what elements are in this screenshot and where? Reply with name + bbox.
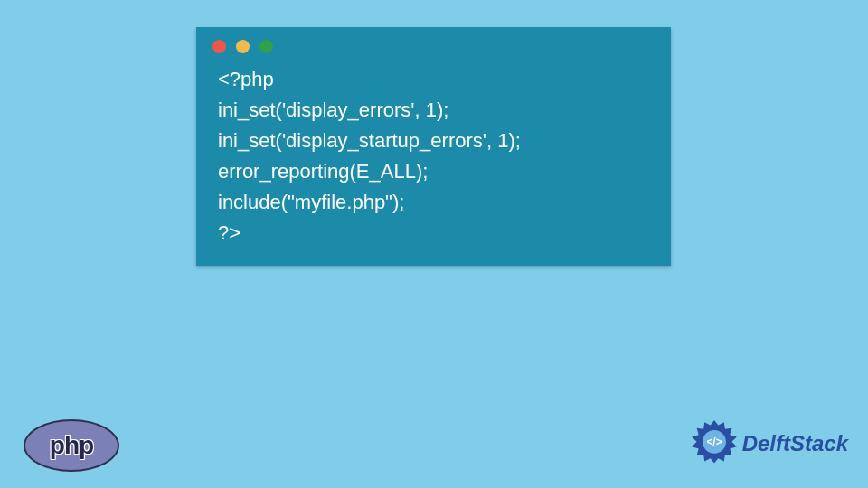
window-dot-minimize-icon [236, 40, 250, 53]
php-logo: php [24, 419, 119, 472]
delftstack-logo-text: DelftStack [742, 431, 848, 456]
svg-text:</>: </> [706, 436, 722, 448]
window-dot-maximize-icon [259, 40, 273, 53]
php-logo-ellipse-icon: php [24, 419, 119, 472]
php-logo-text: php [50, 431, 93, 460]
code-body: <?php ini_set('display_errors', 1); ini_… [196, 61, 671, 266]
window-titlebar [196, 27, 671, 61]
code-window: <?php ini_set('display_errors', 1); ini_… [196, 27, 671, 266]
delftstack-gear-icon: </> [690, 419, 739, 468]
window-dot-close-icon [212, 40, 226, 53]
delftstack-logo: </> DelftStack [690, 419, 848, 468]
